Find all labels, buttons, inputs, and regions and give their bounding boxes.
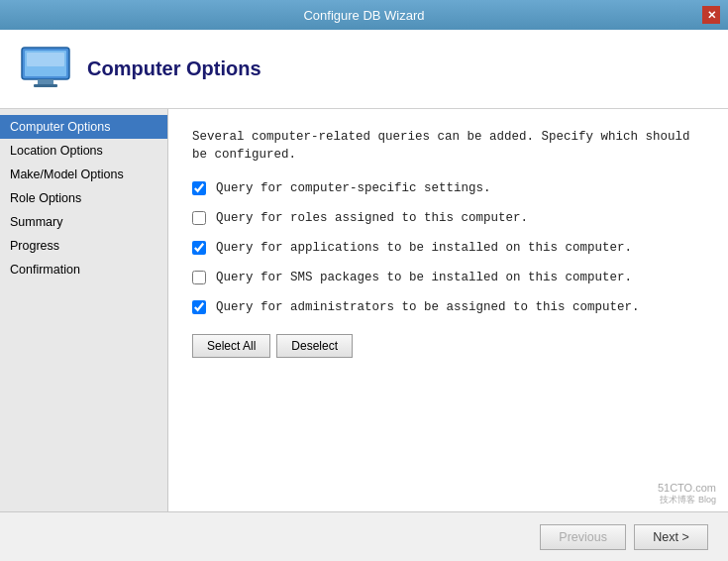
checkbox-opt4[interactable] [192, 271, 206, 284]
sidebar-item-progress[interactable]: Progress [0, 234, 167, 258]
sidebar-item-summary[interactable]: Summary [0, 210, 167, 234]
action-buttons: Select All Deselect [192, 334, 704, 358]
previous-button[interactable]: Previous [540, 524, 626, 550]
window-title: Configure DB Wizard [26, 8, 702, 23]
checkbox-opt5[interactable] [192, 300, 206, 314]
option-row-opt4: Query for SMS packages to be installed o… [192, 271, 704, 284]
option-label-opt5: Query for administrators to be assigned … [216, 300, 640, 314]
option-row-opt1: Query for computer-specific settings. [192, 181, 704, 195]
body: Computer OptionsLocation OptionsMake/Mod… [0, 109, 728, 511]
option-label-opt3: Query for applications to be installed o… [216, 241, 632, 255]
select-all-button[interactable]: Select All [192, 334, 270, 358]
option-row-opt5: Query for administrators to be assigned … [192, 300, 704, 314]
page-title: Computer Options [87, 57, 261, 80]
content-area: Several computer-related queries can be … [168, 109, 728, 511]
sidebar-item-location-options[interactable]: Location Options [0, 139, 167, 163]
sidebar-item-confirmation[interactable]: Confirmation [0, 258, 167, 281]
sidebar-item-computer-options[interactable]: Computer Options [0, 115, 167, 139]
close-button[interactable]: ✕ [702, 6, 720, 24]
checkbox-opt2[interactable] [192, 211, 206, 225]
options-container: Query for computer-specific settings.Que… [192, 181, 704, 314]
footer: Previous Next > [0, 511, 728, 561]
option-label-opt4: Query for SMS packages to be installed o… [216, 271, 632, 284]
option-row-opt3: Query for applications to be installed o… [192, 241, 704, 255]
main-window: Computer Options Computer OptionsLocatio… [0, 30, 728, 561]
option-label-opt1: Query for computer-specific settings. [216, 181, 491, 195]
computer-icon [20, 44, 71, 95]
svg-rect-3 [34, 84, 57, 87]
checkbox-opt3[interactable] [192, 241, 206, 255]
svg-rect-2 [38, 79, 53, 84]
svg-rect-4 [27, 53, 64, 66]
sidebar-item-role-options[interactable]: Role Options [0, 186, 167, 210]
option-row-opt2: Query for roles assigned to this compute… [192, 211, 704, 225]
sidebar: Computer OptionsLocation OptionsMake/Mod… [0, 109, 168, 511]
checkbox-opt1[interactable] [192, 181, 206, 195]
next-button[interactable]: Next > [634, 524, 708, 550]
header: Computer Options [0, 30, 728, 109]
option-label-opt2: Query for roles assigned to this compute… [216, 211, 528, 225]
content-description: Several computer-related queries can be … [192, 129, 704, 164]
title-bar: Configure DB Wizard ✕ [0, 0, 728, 30]
sidebar-item-make/model-options[interactable]: Make/Model Options [0, 163, 167, 186]
deselect-button[interactable]: Deselect [276, 334, 353, 358]
watermark: 51CTO.com 技术博客 Blog [658, 482, 716, 506]
